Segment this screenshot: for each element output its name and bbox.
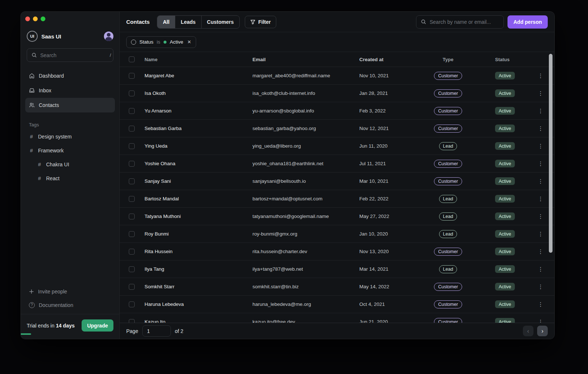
- table-row[interactable]: Ilya Tang ilya+tang787@web.net Mar 14, 2…: [120, 260, 554, 278]
- table-row[interactable]: Yu Arnarson yu-arnarson@sbcglobal.info F…: [120, 102, 554, 120]
- row-menu-icon[interactable]: ⋮: [538, 143, 543, 149]
- row-menu-icon[interactable]: ⋮: [538, 319, 543, 323]
- select-all-checkbox[interactable]: [129, 56, 135, 62]
- row-checkbox[interactable]: [129, 196, 135, 202]
- filter-operator[interactable]: is: [157, 39, 160, 45]
- table-row[interactable]: Roy Bunmi roy-bunmi@gmx.org Jan 10, 2020…: [120, 225, 554, 243]
- column-header-name[interactable]: Name: [145, 57, 252, 62]
- table-row[interactable]: Somkhit Starr somkhit.starr@tin.biz May …: [120, 278, 554, 296]
- filter-value[interactable]: Active: [170, 39, 183, 45]
- row-menu-icon[interactable]: ⋮: [538, 90, 543, 96]
- tab-customers[interactable]: Customers: [201, 16, 239, 28]
- next-page-button[interactable]: ›: [537, 326, 548, 336]
- status-circle-icon: [131, 40, 136, 45]
- table-scrollbar[interactable]: [549, 54, 553, 253]
- row-menu-icon[interactable]: ⋮: [538, 284, 543, 289]
- row-checkbox[interactable]: [129, 161, 135, 167]
- row-checkbox[interactable]: [129, 143, 135, 149]
- tag-chakra-ui[interactable]: # Chakra UI: [25, 158, 115, 171]
- row-checkbox[interactable]: [129, 90, 135, 96]
- contact-email: ying_ueda@libero.org: [252, 143, 359, 149]
- trial-banner: Trial ends in 14 days Upgrade: [21, 314, 119, 339]
- column-header-status[interactable]: Status: [475, 57, 529, 62]
- row-menu-icon[interactable]: ⋮: [538, 249, 543, 254]
- tag-label: Chakra UI: [46, 162, 69, 167]
- minimize-window-button[interactable]: [33, 16, 38, 21]
- user-avatar[interactable]: [104, 32, 113, 41]
- type-badge: Customer: [434, 89, 462, 97]
- tab-leads[interactable]: Leads: [175, 16, 201, 28]
- row-menu-icon[interactable]: ⋮: [538, 126, 543, 131]
- row-checkbox[interactable]: [129, 108, 135, 114]
- status-filter-chip[interactable]: Status is Active ✕: [126, 36, 196, 48]
- row-menu-icon[interactable]: ⋮: [538, 301, 543, 307]
- tag-framework[interactable]: # Framework: [25, 144, 115, 158]
- contact-created-at: Nov 12, 2021: [359, 126, 422, 131]
- tag-design-system[interactable]: # Design system: [25, 130, 115, 144]
- table-row[interactable]: Kazuo Ito kazuo.ito@free.dev Jun 21, 202…: [120, 313, 554, 323]
- row-checkbox[interactable]: [129, 266, 135, 272]
- sidebar-item-contacts[interactable]: Contacts: [25, 98, 115, 112]
- filter-field[interactable]: Status: [139, 39, 153, 45]
- status-badge: Active: [495, 265, 515, 273]
- row-checkbox[interactable]: [129, 319, 135, 323]
- table-row[interactable]: Bartosz Mandal bartosz+mandal@optusnet.c…: [120, 190, 554, 208]
- sidebar-item-label: Dashboard: [39, 73, 64, 79]
- type-badge: Customer: [434, 300, 462, 308]
- column-header-created[interactable]: Created at: [359, 57, 422, 62]
- row-checkbox[interactable]: [129, 231, 135, 237]
- table-row[interactable]: Sebastian Garba sebastian_garba@yahoo.or…: [120, 120, 554, 137]
- row-menu-icon[interactable]: ⋮: [538, 196, 543, 201]
- filter-button[interactable]: Filter: [245, 16, 276, 28]
- sidebar-search[interactable]: /: [27, 48, 113, 62]
- sidebar-item-dashboard[interactable]: Dashboard: [25, 68, 115, 83]
- active-status-dot: [164, 41, 166, 44]
- type-badge: Customer: [434, 107, 462, 115]
- hash-icon: #: [29, 148, 34, 153]
- add-person-button[interactable]: Add person: [508, 15, 548, 29]
- search-icon: [421, 19, 426, 25]
- row-menu-icon[interactable]: ⋮: [538, 214, 543, 219]
- row-menu-icon[interactable]: ⋮: [538, 73, 543, 78]
- zoom-window-button[interactable]: [41, 16, 45, 21]
- table-row[interactable]: Yoshie Ohana yoshie_ohana181@earthlink.n…: [120, 155, 554, 173]
- table-row[interactable]: Haruna Lebedeva haruna_lebedeva@me.org O…: [120, 296, 554, 313]
- remove-filter-icon[interactable]: ✕: [187, 39, 191, 45]
- row-checkbox[interactable]: [129, 214, 135, 219]
- tab-all[interactable]: All: [157, 16, 175, 28]
- table-row[interactable]: Tatyana Muthoni tatyanamuthoni@googlemai…: [120, 208, 554, 225]
- row-menu-icon[interactable]: ⋮: [538, 108, 543, 114]
- table-row[interactable]: Sanjay Sani sanjaysani@bellsouth.io Mar …: [120, 173, 554, 190]
- close-window-button[interactable]: [25, 16, 30, 21]
- table-row[interactable]: Isa Okoth isa_okoth@club-internet.info J…: [120, 85, 554, 102]
- column-header-email[interactable]: Email: [252, 57, 359, 62]
- contact-email: rita.hussein@charter.dev: [252, 249, 359, 254]
- previous-page-button[interactable]: ‹: [523, 326, 533, 336]
- row-checkbox[interactable]: [129, 301, 135, 307]
- contacts-search-input[interactable]: [430, 19, 499, 25]
- tag-react[interactable]: # React: [25, 171, 115, 185]
- row-menu-icon[interactable]: ⋮: [538, 161, 543, 166]
- row-menu-icon[interactable]: ⋮: [538, 178, 543, 184]
- table-row[interactable]: Ying Ueda ying_ueda@libero.org Jun 11, 2…: [120, 137, 554, 155]
- documentation-link[interactable]: ? Documentation: [25, 298, 115, 312]
- invite-people-button[interactable]: Invite people: [25, 285, 115, 298]
- row-checkbox[interactable]: [129, 126, 135, 132]
- home-icon: [29, 73, 35, 79]
- table-row[interactable]: Rita Hussein rita.hussein@charter.dev No…: [120, 243, 554, 260]
- upgrade-button[interactable]: Upgrade: [82, 319, 113, 332]
- row-menu-icon[interactable]: ⋮: [538, 231, 543, 237]
- row-checkbox[interactable]: [129, 284, 135, 290]
- column-header-type[interactable]: Type: [422, 57, 475, 62]
- page-number-input[interactable]: [142, 325, 171, 337]
- page-count: of 2: [175, 328, 183, 334]
- row-menu-icon[interactable]: ⋮: [538, 266, 543, 272]
- row-checkbox[interactable]: [129, 249, 135, 255]
- sidebar-item-inbox[interactable]: Inbox: [25, 83, 115, 98]
- hash-icon: #: [29, 134, 34, 140]
- table-row[interactable]: Margaret Abe margaret_abe400@rediffmail.…: [120, 67, 554, 85]
- row-checkbox[interactable]: [129, 178, 135, 184]
- contacts-search[interactable]: [416, 15, 504, 29]
- row-checkbox[interactable]: [129, 73, 135, 79]
- sidebar-search-input[interactable]: [40, 52, 106, 58]
